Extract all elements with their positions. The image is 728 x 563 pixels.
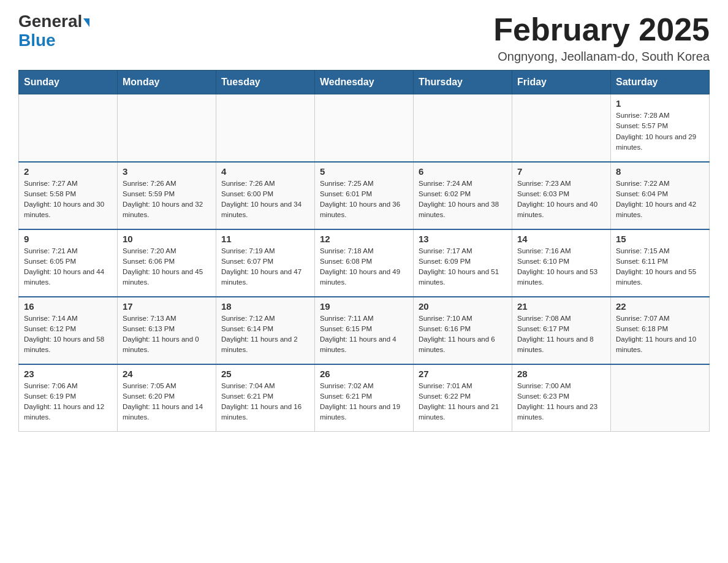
day-info: Sunrise: 7:10 AMSunset: 6:16 PMDaylight:… — [419, 313, 507, 356]
day-info: Sunrise: 7:22 AMSunset: 6:04 PMDaylight:… — [616, 178, 704, 221]
day-number: 28 — [517, 369, 605, 379]
day-number: 2 — [24, 166, 112, 177]
day-info: Sunrise: 7:07 AMSunset: 6:18 PMDaylight:… — [616, 313, 704, 356]
table-row: 4Sunrise: 7:26 AMSunset: 6:00 PMDaylight… — [216, 162, 315, 229]
day-number: 8 — [616, 166, 704, 177]
table-row: 14Sunrise: 7:16 AMSunset: 6:10 PMDayligh… — [512, 229, 611, 297]
col-saturday: Saturday — [611, 71, 710, 94]
location: Ongnyong, Jeollanam-do, South Korea — [493, 50, 710, 64]
logo-blue: Blue — [18, 31, 56, 50]
table-row: 1Sunrise: 7:28 AMSunset: 5:57 PMDaylight… — [611, 94, 710, 162]
table-row: 23Sunrise: 7:06 AMSunset: 6:19 PMDayligh… — [19, 364, 118, 432]
calendar-week-row: 2Sunrise: 7:27 AMSunset: 5:58 PMDaylight… — [19, 162, 710, 229]
day-number: 26 — [320, 369, 408, 379]
calendar-table: Sunday Monday Tuesday Wednesday Thursday… — [18, 70, 710, 432]
day-number: 19 — [320, 301, 408, 312]
day-number: 4 — [221, 166, 309, 177]
day-info: Sunrise: 7:16 AMSunset: 6:10 PMDaylight:… — [517, 246, 605, 288]
day-info: Sunrise: 7:00 AMSunset: 6:23 PMDaylight:… — [517, 381, 605, 423]
day-number: 6 — [419, 166, 507, 177]
table-row — [611, 364, 710, 432]
day-info: Sunrise: 7:20 AMSunset: 6:06 PMDaylight:… — [123, 246, 211, 288]
table-row — [315, 94, 414, 162]
day-info: Sunrise: 7:06 AMSunset: 6:19 PMDaylight:… — [24, 381, 112, 423]
day-info: Sunrise: 7:17 AMSunset: 6:09 PMDaylight:… — [419, 246, 507, 288]
day-info: Sunrise: 7:28 AMSunset: 5:57 PMDaylight:… — [616, 110, 704, 153]
day-number: 9 — [24, 234, 112, 244]
day-number: 11 — [221, 234, 309, 244]
day-info: Sunrise: 7:18 AMSunset: 6:08 PMDaylight:… — [320, 246, 408, 288]
day-number: 12 — [320, 234, 408, 244]
day-info: Sunrise: 7:26 AMSunset: 5:59 PMDaylight:… — [123, 178, 211, 221]
table-row: 28Sunrise: 7:00 AMSunset: 6:23 PMDayligh… — [512, 364, 611, 432]
day-number: 13 — [419, 234, 507, 244]
table-row: 22Sunrise: 7:07 AMSunset: 6:18 PMDayligh… — [611, 297, 710, 364]
day-info: Sunrise: 7:11 AMSunset: 6:15 PMDaylight:… — [320, 313, 408, 356]
day-info: Sunrise: 7:24 AMSunset: 6:02 PMDaylight:… — [419, 178, 507, 221]
table-row: 27Sunrise: 7:01 AMSunset: 6:22 PMDayligh… — [414, 364, 512, 432]
day-number: 27 — [419, 369, 507, 379]
day-number: 18 — [221, 301, 309, 312]
title-area: February 2025 Ongnyong, Jeollanam-do, So… — [493, 12, 710, 64]
col-wednesday: Wednesday — [315, 71, 414, 94]
table-row: 7Sunrise: 7:23 AMSunset: 6:03 PMDaylight… — [512, 162, 611, 229]
day-number: 21 — [517, 301, 605, 312]
table-row: 15Sunrise: 7:15 AMSunset: 6:11 PMDayligh… — [611, 229, 710, 297]
day-number: 14 — [517, 234, 605, 244]
col-monday: Monday — [118, 71, 216, 94]
day-info: Sunrise: 7:02 AMSunset: 6:21 PMDaylight:… — [320, 381, 408, 423]
day-info: Sunrise: 7:26 AMSunset: 6:00 PMDaylight:… — [221, 178, 309, 221]
day-number: 25 — [221, 369, 309, 379]
table-row: 11Sunrise: 7:19 AMSunset: 6:07 PMDayligh… — [216, 229, 315, 297]
table-row: 24Sunrise: 7:05 AMSunset: 6:20 PMDayligh… — [118, 364, 216, 432]
calendar-week-row: 1Sunrise: 7:28 AMSunset: 5:57 PMDaylight… — [19, 94, 710, 162]
day-info: Sunrise: 7:04 AMSunset: 6:21 PMDaylight:… — [221, 381, 309, 423]
col-sunday: Sunday — [19, 71, 118, 94]
day-number: 10 — [123, 234, 211, 244]
day-number: 5 — [320, 166, 408, 177]
logo-general: General — [18, 12, 82, 31]
table-row — [216, 94, 315, 162]
table-row: 13Sunrise: 7:17 AMSunset: 6:09 PMDayligh… — [414, 229, 512, 297]
day-number: 1 — [616, 98, 704, 109]
table-row: 21Sunrise: 7:08 AMSunset: 6:17 PMDayligh… — [512, 297, 611, 364]
table-row: 9Sunrise: 7:21 AMSunset: 6:05 PMDaylight… — [19, 229, 118, 297]
day-info: Sunrise: 7:27 AMSunset: 5:58 PMDaylight:… — [24, 178, 112, 221]
header-row: Sunday Monday Tuesday Wednesday Thursday… — [19, 71, 710, 94]
day-info: Sunrise: 7:23 AMSunset: 6:03 PMDaylight:… — [517, 178, 605, 221]
day-info: Sunrise: 7:15 AMSunset: 6:11 PMDaylight:… — [616, 246, 704, 288]
day-info: Sunrise: 7:21 AMSunset: 6:05 PMDaylight:… — [24, 246, 112, 288]
table-row: 8Sunrise: 7:22 AMSunset: 6:04 PMDaylight… — [611, 162, 710, 229]
col-friday: Friday — [512, 71, 611, 94]
calendar-week-row: 23Sunrise: 7:06 AMSunset: 6:19 PMDayligh… — [19, 364, 710, 432]
table-row: 17Sunrise: 7:13 AMSunset: 6:13 PMDayligh… — [118, 297, 216, 364]
logo: General Blue — [18, 12, 89, 50]
table-row: 3Sunrise: 7:26 AMSunset: 5:59 PMDaylight… — [118, 162, 216, 229]
table-row: 10Sunrise: 7:20 AMSunset: 6:06 PMDayligh… — [118, 229, 216, 297]
page: General Blue February 2025 Ongnyong, Jeo… — [0, 0, 728, 444]
day-number: 3 — [123, 166, 211, 177]
header: General Blue February 2025 Ongnyong, Jeo… — [18, 12, 710, 64]
day-number: 17 — [123, 301, 211, 312]
table-row: 16Sunrise: 7:14 AMSunset: 6:12 PMDayligh… — [19, 297, 118, 364]
table-row: 19Sunrise: 7:11 AMSunset: 6:15 PMDayligh… — [315, 297, 414, 364]
table-row — [118, 94, 216, 162]
day-info: Sunrise: 7:13 AMSunset: 6:13 PMDaylight:… — [123, 313, 211, 356]
table-row: 25Sunrise: 7:04 AMSunset: 6:21 PMDayligh… — [216, 364, 315, 432]
table-row — [414, 94, 512, 162]
day-info: Sunrise: 7:25 AMSunset: 6:01 PMDaylight:… — [320, 178, 408, 221]
day-info: Sunrise: 7:19 AMSunset: 6:07 PMDaylight:… — [221, 246, 309, 288]
day-number: 16 — [24, 301, 112, 312]
day-info: Sunrise: 7:08 AMSunset: 6:17 PMDaylight:… — [517, 313, 605, 356]
table-row: 5Sunrise: 7:25 AMSunset: 6:01 PMDaylight… — [315, 162, 414, 229]
col-thursday: Thursday — [414, 71, 512, 94]
table-row: 12Sunrise: 7:18 AMSunset: 6:08 PMDayligh… — [315, 229, 414, 297]
day-number: 22 — [616, 301, 704, 312]
table-row: 18Sunrise: 7:12 AMSunset: 6:14 PMDayligh… — [216, 297, 315, 364]
table-row: 2Sunrise: 7:27 AMSunset: 5:58 PMDaylight… — [19, 162, 118, 229]
calendar-week-row: 9Sunrise: 7:21 AMSunset: 6:05 PMDaylight… — [19, 229, 710, 297]
month-title: February 2025 — [493, 12, 710, 47]
col-tuesday: Tuesday — [216, 71, 315, 94]
table-row: 20Sunrise: 7:10 AMSunset: 6:16 PMDayligh… — [414, 297, 512, 364]
day-info: Sunrise: 7:01 AMSunset: 6:22 PMDaylight:… — [419, 381, 507, 423]
